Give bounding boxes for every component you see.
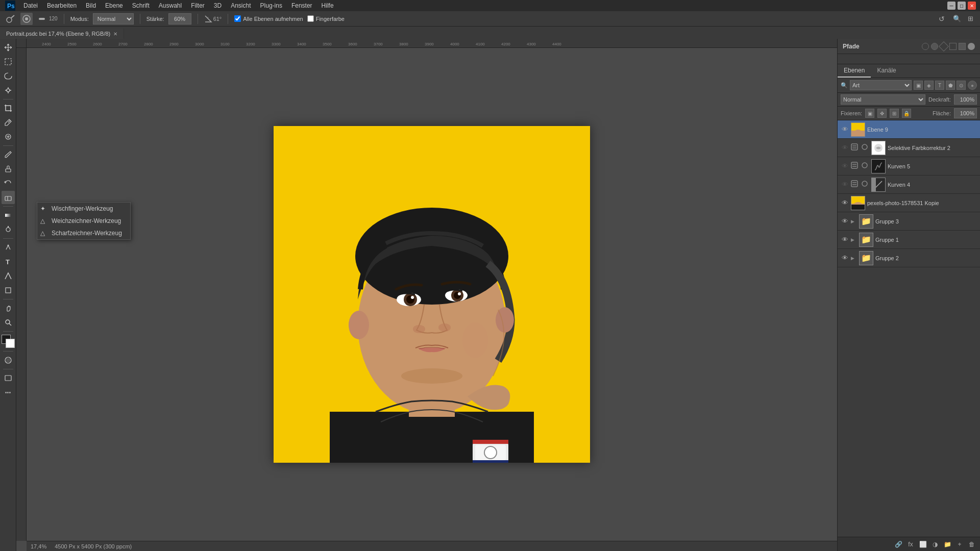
layer-item-photo[interactable]: 👁 pexels-photo-1578531 Kopie	[838, 194, 980, 212]
search-icon[interactable]: 🔍	[951, 13, 963, 24]
app-logo-icon[interactable]: Ps	[4, 0, 16, 11]
eyedropper-tool[interactable]	[2, 116, 15, 129]
minimize-button[interactable]: ─	[947, 2, 955, 10]
lock-position-btn[interactable]: ✥	[877, 109, 887, 118]
zoom-tool[interactable]	[2, 316, 15, 329]
heal-tool[interactable]	[2, 130, 15, 143]
layer-item-gruppe1[interactable]: 👁 ▶ 📁 Gruppe 1	[838, 231, 980, 249]
finger-color-checkbox[interactable]	[307, 15, 314, 22]
opacity-input[interactable]	[954, 94, 977, 105]
close-button[interactable]: ✕	[968, 2, 976, 10]
layer-filter-toggle[interactable]: ●	[968, 81, 977, 90]
menu-hilfe[interactable]: Hilfe	[317, 1, 338, 10]
pixel-filter-icon[interactable]: ▣	[914, 81, 923, 90]
menu-filter[interactable]: Filter	[187, 1, 209, 10]
menu-datei[interactable]: Datei	[19, 1, 42, 10]
context-menu-item-blur[interactable]: △ Weichzeichner-Werkzeug	[37, 215, 130, 227]
eraser-tool[interactable]	[2, 191, 15, 204]
blend-mode-select[interactable]: Normal Aufhellen Abdunkeln Multipliziere…	[841, 94, 925, 105]
menu-auswahl[interactable]: Auswahl	[155, 1, 186, 10]
add-group-btn[interactable]: 📁	[942, 539, 952, 549]
smart-filter-icon[interactable]: ⊙	[957, 81, 966, 90]
layer-visibility-gruppe2[interactable]: 👁	[841, 254, 849, 262]
lasso-tool[interactable]	[2, 69, 15, 83]
canvas-image[interactable]	[274, 126, 590, 463]
add-mask-btn[interactable]: ⬜	[918, 539, 928, 549]
tab-filename: Portrait.psdc bei 17,4% (Ebene 9, RGB/8)	[6, 31, 110, 37]
menu-plugins[interactable]: Plug-ins	[256, 1, 286, 10]
stamp-tool[interactable]	[2, 162, 15, 176]
lock-pixels-btn[interactable]: ▣	[865, 109, 874, 118]
mode-select[interactable]: Normal Aufhellen Abdunkeln	[93, 13, 134, 24]
maximize-button[interactable]: □	[958, 2, 966, 10]
layers-kind-select[interactable]: Art	[850, 80, 912, 90]
history-brush-tool[interactable]	[2, 177, 15, 190]
layer-visibility-photo[interactable]: 👁	[841, 199, 849, 207]
link-layers-btn[interactable]: 🔗	[893, 539, 903, 549]
text-tool[interactable]: T	[2, 255, 15, 268]
background-color[interactable]	[6, 339, 15, 348]
menu-3d[interactable]: 3D	[210, 1, 226, 10]
path-selection-tool[interactable]	[2, 269, 15, 283]
menu-ansicht[interactable]: Ansicht	[227, 1, 255, 10]
tab-channels[interactable]: Kanäle	[871, 64, 902, 78]
text-filter-icon[interactable]: T	[935, 81, 944, 90]
layer-visibility-farbkorrektur[interactable]: 👁	[841, 144, 849, 152]
color-swatch[interactable]	[2, 335, 15, 348]
gradient-tool[interactable]	[2, 209, 15, 222]
lock-artboard-btn[interactable]: ⊞	[890, 109, 899, 118]
context-menu-item-sharpen[interactable]: △ Scharfzeichner-Werkzeug	[37, 227, 130, 239]
layer-visibility-gruppe3[interactable]: 👁	[841, 217, 849, 226]
pen-tool[interactable]	[2, 241, 15, 254]
fill-input[interactable]	[954, 108, 977, 118]
layer-item-kurven5[interactable]: 👁 Kurven 5	[838, 157, 980, 176]
magic-wand-tool[interactable]	[2, 84, 15, 97]
group-arrow-gruppe3[interactable]: ▶	[851, 219, 857, 224]
layer-item-farbkorrektur[interactable]: 👁 Selektive Farbkorrektur 2	[838, 139, 980, 157]
menu-bild[interactable]: Bild	[82, 1, 100, 10]
sample-all-checkbox[interactable]	[234, 15, 241, 22]
layer-visibility-ebene9[interactable]: 👁	[841, 126, 849, 134]
group-arrow-gruppe2[interactable]: ▶	[851, 256, 857, 261]
strength-input[interactable]	[168, 13, 191, 24]
brush-tool[interactable]	[2, 148, 15, 161]
group-arrow-gruppe1[interactable]: ▶	[851, 237, 857, 242]
arrange-icon[interactable]: ⊞	[965, 13, 976, 24]
layer-info-gruppe1: Gruppe 1	[875, 237, 977, 243]
menu-bearbeiten[interactable]: Bearbeiten	[43, 1, 81, 10]
layer-visibility-kurven4[interactable]: 👁	[841, 181, 849, 189]
lock-all-btn[interactable]: 🔒	[902, 109, 911, 118]
layer-item-gruppe2[interactable]: 👁 ▶ 📁 Gruppe 2	[838, 249, 980, 267]
shape-tool[interactable]	[2, 284, 15, 297]
layer-item-ebene9[interactable]: 👁 Ebene 9	[838, 120, 980, 139]
layer-visibility-gruppe1[interactable]: 👁	[841, 236, 849, 244]
context-menu-item-smudge[interactable]: ✦ Wischfinger-Werkzeug	[37, 203, 130, 215]
canvas-viewport[interactable]	[27, 48, 837, 541]
layer-visibility-kurven5[interactable]: 👁	[841, 162, 849, 170]
crop-tool[interactable]	[2, 102, 15, 115]
tab-close-icon[interactable]: ✕	[113, 31, 117, 37]
add-layer-btn[interactable]: +	[954, 539, 965, 549]
more-tools[interactable]: •••	[2, 386, 15, 399]
document-tab[interactable]: Portrait.psdc bei 17,4% (Ebene 9, RGB/8)…	[0, 29, 124, 39]
screen-mode-tool[interactable]	[2, 371, 15, 385]
shape-filter-icon[interactable]: ⬟	[946, 81, 955, 90]
layer-item-kurven4[interactable]: 👁 Kurven 4	[838, 176, 980, 194]
hand-tool[interactable]	[2, 302, 15, 315]
quick-mask-tool[interactable]	[2, 354, 15, 367]
dodge-tool[interactable]	[2, 223, 15, 236]
smudge-refresh-icon[interactable]: ↺	[936, 13, 947, 24]
delete-layer-btn[interactable]: 🗑	[967, 539, 977, 549]
layer-extra-icon-5	[851, 180, 859, 189]
add-style-btn[interactable]: fx	[905, 539, 916, 549]
add-adjustment-btn[interactable]: ◑	[930, 539, 940, 549]
adjustment-filter-icon[interactable]: ◈	[924, 81, 934, 90]
selection-tool[interactable]	[2, 55, 15, 68]
tab-layers[interactable]: Ebenen	[838, 64, 871, 78]
menu-schrift[interactable]: Schrift	[128, 1, 154, 10]
menu-ebene[interactable]: Ebene	[101, 1, 127, 10]
menu-fenster[interactable]: Fenster	[287, 1, 316, 10]
window-controls: ─ □ ✕	[947, 2, 976, 10]
layer-item-gruppe3[interactable]: 👁 ▶ 📁 Gruppe 3	[838, 212, 980, 231]
move-tool[interactable]	[2, 41, 15, 54]
